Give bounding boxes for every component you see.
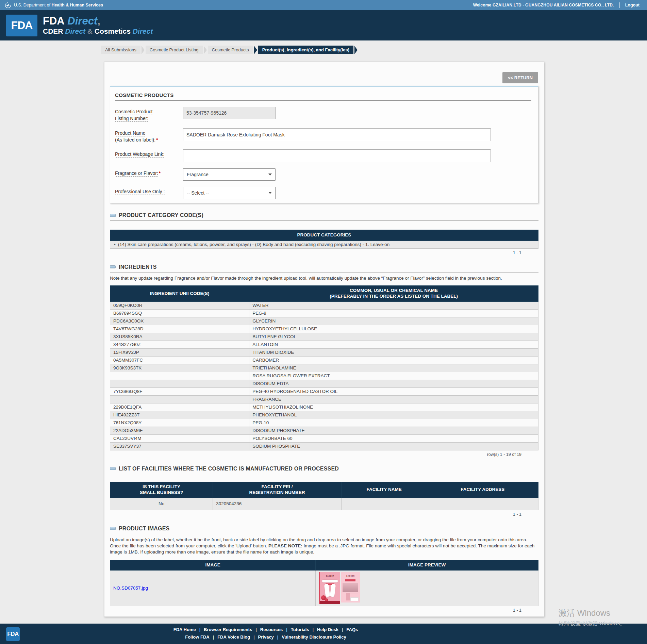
col1-line2: SMALL BUSINESS? <box>113 490 210 496</box>
fragrance-label: Fragrance or Flavor:* <box>115 168 183 177</box>
footer-link[interactable]: Privacy <box>250 634 274 640</box>
section-title: INGREDIENTS <box>119 264 157 270</box>
unii-code-cell: PDC6A3C0OX <box>110 317 249 325</box>
upload-instructions: Upload an image(s) of the label, whether… <box>110 537 538 556</box>
pagination: 1 - 1 <box>110 249 538 255</box>
watermark-line1: 激活 Windows <box>559 608 625 618</box>
table-row: 761NX2Q08Y PEG-10 <box>110 419 538 427</box>
unii-code-cell: 229D0E1QFA <box>110 403 249 411</box>
table-row: 3XUS85K0RA BUTYLENE GLYCOL <box>110 333 538 341</box>
footer-link[interactable]: Help Desk <box>309 627 338 632</box>
breadcrumb-arrow-icon <box>142 46 145 54</box>
professional-use-select[interactable]: -- Select -- <box>183 187 276 199</box>
ingredient-name-cell: DISODIUM PHOSPHATE <box>249 427 538 434</box>
brand-amp: & <box>87 27 93 35</box>
ingredient-name-cell: PEG-8 <box>249 309 538 317</box>
facility-name-cell <box>341 498 427 510</box>
preview-red-box <box>345 579 355 581</box>
brand-cder-direct: Direct <box>65 27 85 35</box>
feet-art <box>330 583 336 597</box>
professional-use-selected-value: -- Select -- <box>187 190 209 196</box>
required-asterisk: * <box>159 170 161 176</box>
product-name-label-line2: (As listed on label): <box>115 137 155 143</box>
ingredient-name-cell: ROSA RUGOSA FLOWER EXTRACT <box>249 372 538 380</box>
ingredient-name-cell: SODIUM PHOSPHATE <box>249 442 538 450</box>
column-header-image: IMAGE <box>110 560 316 571</box>
column-header-small-business: IS THIS FACILITY SMALL BUSINESS? <box>110 482 213 498</box>
dept-name: Health & Human Services <box>51 3 103 7</box>
section-ingredients: INGREDIENTS Note that any update regardi… <box>110 264 538 457</box>
main-panel: << RETURN COSMETIC PRODUCTS Cosmetic Pro… <box>104 62 544 617</box>
column-header-image-preview: IMAGE PREVIEW <box>316 560 538 571</box>
footer-link[interactable]: FAQs <box>338 627 358 632</box>
fda-logo: FDA <box>6 15 37 36</box>
brand-fda: FDA <box>43 15 65 27</box>
webpage-link-field[interactable] <box>183 149 491 162</box>
footer-link[interactable]: Follow FDA <box>185 634 210 640</box>
app-title-line2: CDER Direct & Cosmetics Direct <box>43 28 153 35</box>
footer-link[interactable]: Browser Requirements <box>196 627 252 632</box>
column-header-name: COMMON, USUAL OR CHEMICAL NAME (PREFERAB… <box>249 286 538 302</box>
cosmetic-products-box: COSMETIC PRODUCTS Cosmetic Product Listi… <box>110 86 538 203</box>
preview-brand-text: SADOER <box>320 572 340 579</box>
collapse-icon[interactable] <box>110 265 116 268</box>
column-header-name-line2: (PREFERABLY IN THE ORDER AS LISTED ON TH… <box>252 294 535 299</box>
section-facilities: LIST OF FACILITIES WHERE THE COSMETIC IS… <box>110 466 538 517</box>
product-name-field[interactable]: SADOER Damask Rose Exfoliating Foot Mask <box>183 128 491 141</box>
unii-code-cell: 3XUS85K0RA <box>110 333 249 341</box>
professional-use-label-text: Professional Use Only : <box>115 189 165 195</box>
ingredient-name-cell: PHENOXYETHANOL <box>249 411 538 419</box>
column-header-facility-name: FACILITY NAME <box>341 482 427 498</box>
footer-link[interactable]: FDA Voice Blog <box>210 634 250 640</box>
ingredient-name-cell: TRIETHANOLAMINE <box>249 364 538 372</box>
breadcrumb-arrow-icon <box>254 46 257 54</box>
ingredient-name-cell: POLYSORBATE 60 <box>249 434 538 442</box>
welcome-text: Welcome GZAILIAN.LTD - GUANGZHOU AILIAN … <box>473 3 614 7</box>
table-row: B697894SGQ PEG-8 <box>110 309 538 317</box>
footer-link[interactable]: Vulnerability Disclosure Policy <box>274 634 346 640</box>
section-product-images: PRODUCT IMAGES Upload an image(s) of the… <box>110 526 538 613</box>
hhs-eagle-icon <box>5 2 11 9</box>
product-images-table: IMAGE IMAGE PREVIEW NO.SD07057.jpg SADOE… <box>110 560 538 606</box>
preview-bottom-strip <box>320 601 340 604</box>
unii-code-cell: HIE492ZZ3T <box>110 411 249 419</box>
breadcrumb: All Submissions Cosmetic Product Listing… <box>101 45 647 54</box>
table-row: 344S277G0Z ALLANTOIN <box>110 341 538 348</box>
footer-link-row-2: Follow FDAFDA Voice BlogPrivacyVulnerabi… <box>0 634 531 640</box>
breadcrumb-cosmetic-product-listing[interactable]: Cosmetic Product Listing <box>146 46 203 54</box>
brand-cosmetics: Cosmetics <box>95 27 131 35</box>
brand-direct: Direct <box>67 15 97 27</box>
logout-link[interactable]: Logout <box>625 3 640 7</box>
image-file-cell: NO.SD07057.jpg <box>110 571 316 606</box>
image-preview-cell: SADOER SADOER <box>316 571 538 606</box>
table-row: T4V6TWG28D HYDROXYETHYLCELLULOSE <box>110 325 538 333</box>
image-file-link[interactable]: NO.SD07057.jpg <box>113 585 148 591</box>
collapse-icon[interactable] <box>110 467 116 470</box>
section-header: PRODUCT CATEGORY CODE(S) <box>110 212 538 221</box>
footer-link[interactable]: FDA Home <box>173 627 196 632</box>
return-button[interactable]: << RETURN <box>502 72 538 83</box>
form-row-listing-number: Cosmetic Product Listing Number: 53-3547… <box>115 107 531 122</box>
bullet-icon: • <box>114 242 116 247</box>
collapse-icon[interactable] <box>110 214 116 217</box>
webpage-link-label: Product Webpage Link: <box>115 149 183 158</box>
breadcrumb-current-page: Product(s), Ingredient(s), and Facility(… <box>258 46 353 54</box>
table-row: 22ADO53M6F DISODIUM PHOSPHATE <box>110 427 538 434</box>
breadcrumb-cosmetic-products[interactable]: Cosmetic Products <box>208 46 253 54</box>
footer-link[interactable]: Tutorials <box>283 627 309 632</box>
table-row: 15FIX9V2JP TITANIUM DIOXIDE <box>110 348 538 356</box>
ingredient-name-cell: HYDROXYETHYLCELLULOSE <box>249 325 538 333</box>
unii-code-cell: 344S277G0Z <box>110 341 249 348</box>
unii-code-cell: 7YC686GQ8F <box>110 387 249 395</box>
brand-suffix: , <box>97 15 100 27</box>
chevron-down-icon <box>268 174 272 176</box>
footer-link[interactable]: Resources <box>252 627 283 632</box>
unii-code-cell: 22ADO53M6F <box>110 427 249 434</box>
ingredients-note: Note that any update regarding Fragrance… <box>110 275 538 281</box>
pagination: 1 - 1 <box>110 510 538 517</box>
fragrance-select[interactable]: Fragrance <box>183 168 276 181</box>
ingredient-name-cell: FRAGRANCE <box>249 395 538 403</box>
collapse-icon[interactable] <box>110 527 116 530</box>
section-title: PRODUCT CATEGORY CODE(S) <box>119 212 203 218</box>
breadcrumb-all-submissions[interactable]: All Submissions <box>101 46 140 54</box>
